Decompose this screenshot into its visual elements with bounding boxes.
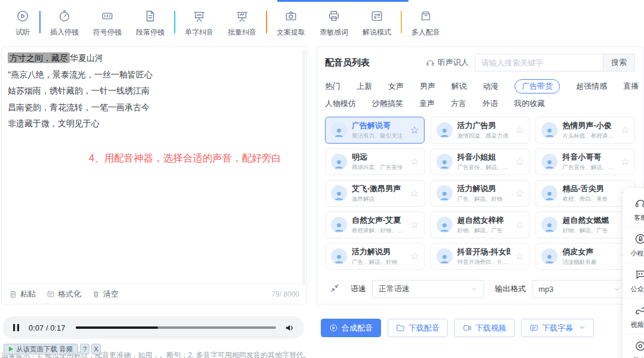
category-tab[interactable]: 动漫 [483, 81, 499, 92]
widget-item-chat[interactable]: 公众号 [623, 263, 644, 298]
voice-description: 简洁有力、吸引关注 [352, 132, 405, 140]
favorite-star-icon[interactable]: ☆ [410, 125, 419, 135]
toolbar-button-camera[interactable]: 文案提取 [277, 10, 305, 38]
search-button[interactable]: 搜索 [603, 54, 635, 71]
voice-name: 明远 [352, 152, 405, 163]
extension-help-button[interactable]: ? [80, 344, 89, 354]
voice-card[interactable]: 活力解说男广告、解说、好物☆ [325, 243, 425, 270]
download-audio-button[interactable]: 下载配音 [388, 319, 448, 337]
pause-button[interactable] [12, 323, 20, 332]
download-subtitle-button[interactable]: 下载字幕 VIP [521, 319, 594, 337]
favorite-star-icon[interactable]: ☆ [410, 157, 419, 167]
download-video-label: 下载视频 [475, 323, 506, 334]
text-editor-panel[interactable]: 方寸之间，藏尽华夏山河"燕京八绝，景泰流光，一丝一釉皆匠心姑苏烟雨，绣针藏韵，一… [1, 46, 307, 304]
category-tab[interactable]: 沙雕搞笑 [372, 98, 403, 109]
favorite-star-icon[interactable]: ☆ [621, 157, 630, 167]
toolbar-button-sliders[interactable]: 解说模式 [363, 10, 391, 38]
toolbar-group: 插入停顿符号停顿段落停顿 [41, 10, 174, 38]
toolbar-button-symbol-pause[interactable]: 符号停顿 [93, 10, 122, 38]
category-tabs: 热门上新女声男声解说动漫广告带货超强情感直播 人物模仿沙雕搞笑童声方言外语我的收… [317, 76, 643, 112]
favorite-star-icon[interactable]: ☆ [515, 220, 524, 230]
category-tab[interactable]: 外语 [482, 98, 498, 109]
voice-card[interactable]: 精品-舌尖男教程、旁白、美食☆ [535, 180, 635, 207]
toolbar-button-printer[interactable]: 查敏感词 [320, 10, 348, 38]
widget-item-headset[interactable]: 客服 [623, 192, 644, 227]
voice-card[interactable]: 抖音小姐姐广告宣传、解说、旁白☆ [431, 148, 530, 175]
voice-match-button[interactable]: 听声识人 [426, 57, 469, 68]
avatar [436, 217, 453, 233]
voice-card-text: 活力广告男激情四溢、感染力强 [457, 120, 510, 140]
avatar [541, 248, 558, 264]
favorite-star-icon[interactable]: ☆ [515, 157, 524, 167]
category-tab[interactable]: 上新 [357, 81, 372, 92]
voice-card[interactable]: 活力广告男激情四溢、感染力强☆ [431, 117, 530, 144]
favorite-star-icon[interactable]: ☆ [410, 220, 419, 230]
voice-card[interactable]: 自然女声-艾夏教程讲解、好物、阅读☆ [325, 211, 425, 238]
category-tab[interactable]: 方言 [451, 98, 466, 109]
favorite-star-icon[interactable]: ☆ [410, 251, 419, 262]
category-tab[interactable]: 解说 [451, 81, 467, 92]
widget-item-eye[interactable]: 隐藏 [623, 334, 644, 358]
category-tab[interactable]: 热门 [325, 81, 340, 92]
toolbar-button-play-circle[interactable]: 试听 [16, 10, 30, 38]
toolbar-button-board-wave[interactable]: 批量纠音 [228, 10, 256, 38]
voice-panel-controls: 语速 正常语速 输出格式 mp3 [317, 280, 643, 298]
volume-button[interactable] [284, 323, 295, 333]
favorite-star-icon[interactable]: ☆ [410, 188, 419, 198]
favorite-star-icon[interactable]: ☆ [515, 125, 524, 135]
subtitle-icon [530, 323, 538, 332]
collapse-panel-button[interactable] [330, 283, 340, 295]
editor-scrollbar[interactable] [302, 49, 305, 285]
toolbar-button-gauge[interactable]: 插入停顿 [50, 10, 79, 38]
category-tab[interactable]: 男声 [420, 81, 435, 92]
speed-select[interactable]: 正常语速 [372, 280, 484, 298]
synthesize-button[interactable]: 合成配音 [321, 319, 381, 337]
voice-card[interactable]: 艾飞-激昂男声激昂解说☆ [325, 180, 425, 207]
subtitle-dropdown-arrow[interactable] [579, 323, 586, 332]
voice-card[interactable]: 抖音开场-抖女郎抖音开场旁白、片头标题☆ [431, 243, 530, 270]
voice-description: 活泼幽默有趣 [562, 259, 615, 266]
voice-card[interactable]: 超自然女燃燃好物、解说、广告☆ [535, 211, 635, 238]
widget-item-douyin[interactable]: 视频号 [623, 298, 644, 334]
category-tab[interactable]: 超强情感 [576, 81, 607, 92]
symbol-pause-icon [101, 10, 114, 25]
category-tab[interactable]: 我的收藏 [514, 98, 545, 109]
voice-card[interactable]: 俏皮女声活泼幽默有趣☆ [535, 243, 635, 270]
voice-card[interactable]: 广告解说哥简洁有力、吸引关注☆ [325, 117, 425, 144]
voice-card[interactable]: 抖音小哥哥广告宣传、解说、旁白☆ [535, 148, 635, 175]
voice-card[interactable]: 热情男声-小俊片头标题、教程讲解、游...☆ [535, 117, 635, 144]
editor-line: 昌南瓷韵，青花流转，一笔一画承古今 [8, 99, 293, 116]
voice-card[interactable]: 超自然女梓梓好物、解说、广告☆ [431, 211, 530, 238]
download-video-button[interactable]: 下载视频 [454, 319, 515, 337]
toolbar-button-paragraph-doc[interactable]: 段落停顿 [136, 10, 165, 38]
editor-text-area[interactable]: 方寸之间，藏尽华夏山河"燕京八绝，景泰流光，一丝一釉皆匠心姑苏烟雨，绣针藏韵，一… [2, 47, 306, 132]
favorite-star-icon[interactable]: ☆ [515, 251, 524, 262]
voice-description: 商场叫卖、广告宣传 [352, 164, 405, 172]
toolbar-button-board-dots[interactable]: 单字纠音 [185, 10, 213, 38]
toolbar-button-label: 多人配音 [411, 27, 440, 38]
dark-overlay-highlight: 方寸之间，藏尽 [8, 52, 70, 63]
player-progress-track[interactable] [76, 326, 276, 329]
clear-button[interactable]: 清空 [92, 289, 119, 300]
extension-download-button[interactable]: 从该页面下载 音频 [4, 344, 78, 354]
widget-item-miniapp[interactable]: 小程序 [623, 227, 644, 263]
format-button[interactable]: 格式化 [47, 289, 81, 300]
category-tab[interactable]: 女声 [388, 81, 404, 92]
category-tab[interactable]: 广告带货 [515, 79, 560, 94]
toolbar-button-box[interactable]: 多人配音 [411, 10, 440, 38]
favorite-star-icon[interactable]: ☆ [621, 125, 630, 135]
category-tab[interactable]: 童声 [419, 98, 435, 109]
favorite-star-icon[interactable]: ☆ [515, 188, 524, 198]
editor-line: 非遗藏于微，文明见于心 [8, 116, 293, 132]
voice-card[interactable]: 明远商场叫卖、广告宣传☆ [325, 148, 425, 175]
headset-icon [634, 197, 644, 211]
category-tab[interactable]: 人物模仿 [325, 98, 356, 109]
voice-card[interactable]: 活力解说男广告、解说、好物☆ [431, 180, 530, 207]
format-select[interactable]: mp3 [532, 280, 627, 298]
headphone-icon [426, 58, 435, 67]
category-tab[interactable]: 直播 [623, 81, 639, 92]
extension-close-button[interactable]: X [91, 344, 101, 354]
paste-button[interactable]: 粘贴 [9, 289, 36, 300]
toolbar-button-label: 插入停顿 [50, 27, 79, 38]
search-input[interactable] [475, 54, 603, 71]
